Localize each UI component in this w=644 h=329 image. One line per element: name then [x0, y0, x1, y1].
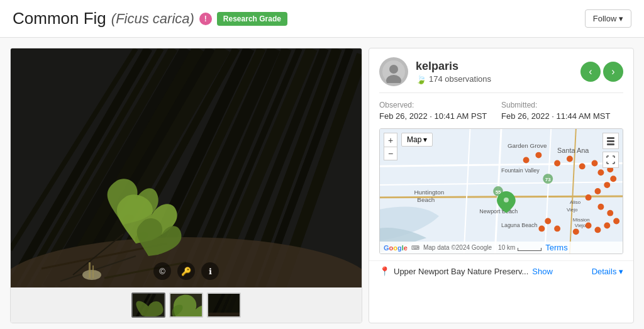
- map-type-button[interactable]: Map ▾: [401, 133, 433, 147]
- svg-rect-89: [607, 140, 614, 142]
- svg-point-75: [586, 194, 592, 201]
- map-footer: Google ⌨ Map data ©2024 Google 10 km Ter…: [380, 242, 623, 254]
- image-section: © 🔑 ℹ: [10, 48, 362, 323]
- svg-point-69: [592, 160, 598, 167]
- details-link[interactable]: Details ▾: [592, 267, 623, 276]
- svg-point-70: [597, 169, 604, 176]
- svg-point-78: [613, 218, 619, 225]
- svg-text:Newport Beach: Newport Beach: [479, 208, 518, 215]
- info-icon[interactable]: ℹ: [201, 262, 219, 280]
- location-name: Upper Newport Bay Nature Preserv...: [394, 267, 528, 276]
- key-icon[interactable]: 🔑: [177, 262, 195, 280]
- svg-point-79: [604, 223, 610, 229]
- svg-point-65: [535, 152, 541, 159]
- map-zoom-in[interactable]: +: [384, 133, 397, 147]
- username[interactable]: kelparis: [416, 60, 491, 73]
- location-row: 📍 Upper Newport Bay Nature Preserv... Sh…: [369, 260, 633, 281]
- location-show-link[interactable]: Show: [532, 267, 553, 276]
- svg-point-68: [579, 163, 586, 169]
- svg-text:Fountain Valley: Fountain Valley: [501, 167, 540, 174]
- title-area: Common Fig (Ficus carica) ! Research Gra…: [13, 9, 287, 28]
- avatar: [379, 57, 408, 86]
- location-left: 📍 Upper Newport Bay Nature Preserv... Sh…: [379, 266, 553, 276]
- research-grade-badge[interactable]: Research Grade: [217, 12, 287, 26]
- submitted-date-col: Submitted: Feb 26, 2022 · 11:44 AM MST: [501, 101, 623, 121]
- svg-rect-88: [607, 137, 614, 139]
- follow-button[interactable]: Follow ▾: [585, 9, 631, 28]
- svg-point-66: [554, 160, 560, 167]
- svg-rect-27: [92, 265, 94, 278]
- submitted-value: Feb 26, 2022 · 11:44 AM MST: [501, 111, 623, 121]
- svg-point-77: [607, 210, 613, 216]
- svg-point-84: [545, 218, 551, 225]
- svg-rect-26: [89, 262, 91, 278]
- svg-text:73: 73: [545, 177, 551, 182]
- svg-point-83: [554, 225, 560, 231]
- svg-point-81: [586, 223, 592, 229]
- observed-date-col: Observed: Feb 26, 2022 · 10:41 AM PST: [379, 101, 501, 121]
- image-controls: © 🔑 ℹ: [153, 262, 219, 280]
- info-section: kelparis 🍃 174 observations ‹ › Observed…: [369, 48, 634, 323]
- navigation-arrows: ‹ ›: [580, 62, 623, 82]
- prev-arrow[interactable]: ‹: [580, 62, 601, 82]
- next-arrow[interactable]: ›: [603, 62, 623, 82]
- leaf-icon: 🍃: [416, 74, 426, 84]
- observed-value: Feb 26, 2022 · 10:41 AM PST: [379, 111, 501, 121]
- thumbnails-row: [11, 287, 362, 323]
- thumbnail-2[interactable]: [169, 293, 203, 318]
- photo-svg: [11, 48, 362, 287]
- svg-point-64: [523, 157, 530, 164]
- alert-icon[interactable]: !: [199, 13, 212, 25]
- copyright-icon[interactable]: ©: [153, 262, 171, 280]
- map-terms-link[interactable]: Terms: [545, 243, 567, 252]
- svg-point-82: [573, 228, 579, 235]
- user-info: kelparis 🍃 174 observations: [379, 57, 491, 86]
- thumbnail-1[interactable]: [131, 293, 165, 318]
- svg-text:Laguna Beach: Laguna Beach: [501, 222, 537, 228]
- map-layers-button[interactable]: [602, 133, 619, 149]
- svg-point-38: [389, 65, 398, 74]
- user-row: kelparis 🍃 174 observations ‹ ›: [369, 48, 633, 92]
- observation-count: 🍃 174 observations: [416, 74, 491, 84]
- map-zoom-out[interactable]: −: [384, 147, 397, 160]
- svg-text:Mission: Mission: [573, 217, 590, 223]
- user-details: kelparis 🍃 174 observations: [416, 60, 491, 84]
- species-common-name: Common Fig: [13, 9, 106, 28]
- map-zoom-controls: + −: [384, 133, 397, 160]
- svg-point-87: [504, 198, 509, 203]
- svg-point-76: [597, 204, 604, 210]
- svg-point-74: [595, 188, 601, 194]
- svg-text:Beach: Beach: [417, 196, 435, 203]
- main-photo[interactable]: © 🔑 ℹ: [11, 48, 362, 287]
- svg-point-80: [595, 226, 601, 233]
- svg-text:Huntington: Huntington: [414, 189, 444, 196]
- thumbnail-3[interactable]: [207, 293, 241, 318]
- map-background: 55 73 Garden Grove Santa Ana Fountain Va…: [380, 129, 623, 254]
- svg-point-73: [604, 182, 610, 188]
- dates-row: Observed: Feb 26, 2022 · 10:41 AM PST Su…: [369, 93, 633, 128]
- svg-text:Garden Grove: Garden Grove: [508, 142, 547, 149]
- scale-line: [518, 248, 541, 251]
- svg-point-25: [82, 270, 101, 280]
- main-content: © 🔑 ℹ: [0, 38, 644, 329]
- svg-text:Viejo: Viejo: [567, 207, 578, 213]
- observed-label: Observed:: [379, 101, 501, 109]
- svg-point-72: [610, 176, 616, 182]
- map-fullscreen-button[interactable]: [602, 152, 619, 168]
- svg-text:Viejo: Viejo: [575, 223, 586, 228]
- map-data-credit: Map data ©2024 Google: [423, 244, 492, 251]
- submitted-label: Submitted:: [501, 101, 623, 109]
- scale-bar: 10 km: [498, 244, 541, 251]
- svg-point-67: [567, 156, 573, 162]
- map-svg: 55 73 Garden Grove Santa Ana Fountain Va…: [380, 129, 623, 254]
- svg-rect-36: [208, 313, 241, 318]
- pin-icon: 📍: [379, 266, 390, 276]
- svg-text:Santa Ana: Santa Ana: [557, 147, 589, 154]
- map-container[interactable]: 55 73 Garden Grove Santa Ana Fountain Va…: [379, 128, 623, 254]
- google-logo: Google: [384, 244, 408, 252]
- page-header: Common Fig (Ficus carica) ! Research Gra…: [0, 0, 644, 38]
- species-scientific-name: (Ficus carica): [111, 11, 194, 27]
- keyboard-icon: ⌨: [411, 245, 419, 251]
- svg-text:Aliso: Aliso: [570, 199, 581, 205]
- svg-point-85: [538, 225, 545, 231]
